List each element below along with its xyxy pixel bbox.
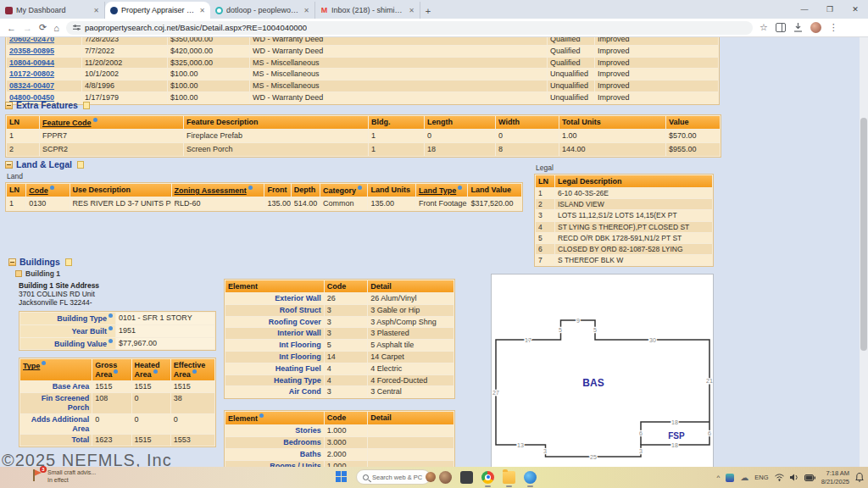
- table-row: Stories1.000: [225, 425, 453, 436]
- column-header: Land Type: [416, 184, 468, 197]
- tab-inbox[interactable]: M Inbox (218) - shimimeir@gma ✕: [315, 2, 420, 19]
- wifi-icon[interactable]: [775, 474, 784, 481]
- info-icon[interactable]: [114, 369, 118, 374]
- cell: 0: [132, 414, 170, 435]
- info-icon[interactable]: [50, 186, 54, 190]
- cell: Improved: [595, 69, 718, 80]
- column-header-link[interactable]: Land Type: [419, 186, 456, 195]
- note-icon[interactable]: [83, 102, 90, 109]
- info-icon[interactable]: [153, 369, 158, 374]
- collapse-icon[interactable]: [5, 102, 13, 109]
- toolbar-right: ☆ ⋮: [760, 22, 838, 33]
- cell: $100.00: [168, 69, 249, 80]
- tab-close-icon[interactable]: ✕: [409, 7, 415, 14]
- tab-my-dashboard[interactable]: My Dashboard ✕: [0, 2, 105, 19]
- window-controls: — ❐ ✕: [792, 0, 868, 19]
- note-icon[interactable]: [65, 258, 72, 266]
- cell: MS - Miscellaneous: [250, 69, 547, 80]
- file-explorer-icon[interactable]: [503, 471, 515, 484]
- tray-expand-icon[interactable]: ^: [717, 474, 721, 481]
- dashboard-favicon: [5, 7, 13, 14]
- reload-icon[interactable]: ⟳: [39, 22, 47, 33]
- info-icon[interactable]: [259, 413, 264, 418]
- minimize-button[interactable]: —: [792, 0, 817, 19]
- menu-dots-icon[interactable]: ⋮: [829, 22, 838, 33]
- profile-avatar[interactable]: [810, 22, 821, 33]
- column-header-link[interactable]: Zoning Assessment: [175, 186, 247, 195]
- site-info-icon[interactable]: [73, 24, 81, 31]
- close-button[interactable]: ✕: [843, 0, 868, 19]
- time-text: 7:18 AM: [826, 469, 849, 477]
- page-scrollbar[interactable]: [860, 37, 868, 467]
- side-panel-icon[interactable]: [776, 23, 786, 32]
- weather-widget[interactable]: 3 Small craft advis... In effect: [32, 469, 96, 484]
- volume-icon[interactable]: [790, 474, 798, 481]
- info-icon[interactable]: [248, 186, 253, 190]
- column-header-link[interactable]: Type: [23, 362, 40, 370]
- new-tab-button[interactable]: +: [420, 3, 436, 19]
- cell: [368, 461, 453, 467]
- info-icon[interactable]: [458, 186, 462, 190]
- tab-close-icon[interactable]: ✕: [199, 7, 205, 14]
- forward-icon[interactable]: →: [23, 23, 32, 33]
- info-icon[interactable]: [358, 186, 362, 190]
- tab-property-appraiser[interactable]: Property Appraiser - Property D ✕: [105, 2, 210, 19]
- battery-icon[interactable]: [804, 474, 815, 481]
- cell[interactable]: 20602-02470: [7, 37, 81, 45]
- cell: 6-10 40-3S-26E: [555, 188, 712, 198]
- cell: Rooms / Units: [225, 461, 324, 467]
- cell: 4: [536, 222, 554, 232]
- restore-button[interactable]: ❐: [817, 0, 843, 19]
- note-icon[interactable]: [77, 161, 84, 169]
- notification-bell-icon[interactable]: [855, 473, 864, 482]
- home-icon[interactable]: ⌂: [53, 23, 59, 33]
- info-icon[interactable]: [42, 361, 46, 365]
- teams-icon[interactable]: [726, 474, 734, 482]
- cell: MS - Miscellaneous: [250, 80, 547, 92]
- cell[interactable]: 08324-00407: [7, 80, 81, 92]
- dimension-label: 5: [559, 327, 562, 333]
- running-indicator: [527, 485, 533, 487]
- cell[interactable]: 10172-00802: [7, 69, 81, 80]
- column-header: Depth: [292, 184, 320, 197]
- info-icon[interactable]: [108, 326, 113, 330]
- back-icon[interactable]: ←: [7, 23, 16, 33]
- info-icon[interactable]: [108, 313, 113, 318]
- tab-close-icon[interactable]: ✕: [93, 7, 99, 14]
- cell: 3: [325, 386, 367, 397]
- language-indicator[interactable]: ENG: [754, 474, 768, 481]
- column-header-link[interactable]: Code: [29, 186, 48, 195]
- chrome-icon[interactable]: [481, 471, 494, 484]
- cell: 4: [325, 375, 367, 386]
- tab-dotloop[interactable]: dotloop - peoplework, not pap ✕: [210, 2, 315, 19]
- collapse-icon[interactable]: [5, 161, 13, 169]
- tab-close-icon[interactable]: ✕: [303, 7, 309, 14]
- info-icon[interactable]: [192, 369, 197, 374]
- cell: $570.00: [666, 130, 720, 142]
- section-header: Land & Legal: [5, 159, 523, 169]
- scrollbar-thumb[interactable]: [860, 118, 867, 351]
- taskbar-search[interactable]: Search web & PC: [356, 469, 431, 485]
- buildings-section: Buildings Building 1 Building 1 Site Add…: [8, 257, 216, 447]
- download-icon[interactable]: [793, 23, 803, 32]
- copyright-watermark: ©2025 NEFMLS, Inc: [2, 451, 172, 467]
- address-bar[interactable]: paopropertysearch.coj.net/Basic/Detail.a…: [66, 21, 753, 35]
- edge-icon[interactable]: [524, 471, 537, 484]
- onedrive-cloud-icon[interactable]: ☁: [740, 474, 748, 482]
- table-row: 10130RES RIVER LD 3-7 UNITS PER ACRLD-60…: [7, 197, 521, 210]
- task-view-icon[interactable]: [460, 471, 473, 484]
- cell: 7/28/2023: [82, 37, 167, 45]
- table-row: 7S THEREOF BLK W: [536, 255, 712, 265]
- cell[interactable]: 20358-00895: [7, 46, 81, 57]
- collapse-icon[interactable]: [8, 258, 16, 266]
- clock[interactable]: 7:18 AM 8/21/2025: [821, 469, 849, 485]
- cell: 3 Gable or Hip: [368, 305, 453, 316]
- info-icon[interactable]: [108, 339, 113, 343]
- info-icon[interactable]: [93, 118, 97, 122]
- taskbar-user-app-icon[interactable]: [439, 471, 452, 484]
- bookmark-star-icon[interactable]: ☆: [760, 22, 768, 33]
- cell[interactable]: 10804-00944: [7, 58, 81, 69]
- cell: Unqualified: [548, 80, 594, 92]
- column-header-link[interactable]: Feature Code: [42, 119, 92, 127]
- windows-start-icon[interactable]: [336, 471, 348, 483]
